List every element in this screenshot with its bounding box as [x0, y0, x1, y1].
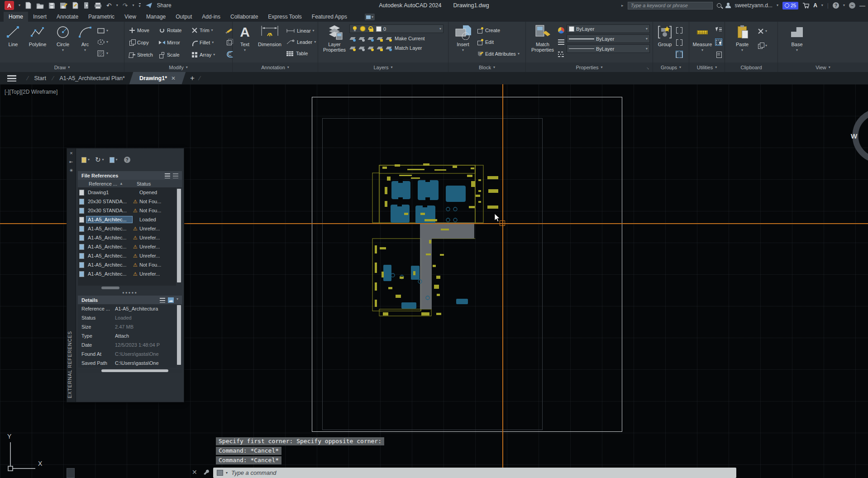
- dimension-button[interactable]: Dimension: [255, 22, 284, 62]
- palette-anchor-button[interactable]: [67, 468, 75, 478]
- explode-icon[interactable]: [226, 39, 232, 45]
- details-scrollbar[interactable]: [176, 304, 182, 368]
- layer-color-swatch[interactable]: [376, 26, 382, 32]
- make-current-icon[interactable]: [386, 35, 392, 42]
- layer-previous-icon[interactable]: [358, 45, 365, 51]
- command-customize-wrench-icon[interactable]: [202, 468, 210, 476]
- leader-caret-icon[interactable]: [314, 40, 316, 44]
- details-row[interactable]: StatusLoaded: [78, 313, 182, 322]
- search-expand-icon[interactable]: ▸: [621, 3, 624, 8]
- xref-row[interactable]: A1-A5_Architec...Unrefer...: [78, 224, 182, 233]
- rectangle-caret-icon[interactable]: [106, 29, 108, 33]
- publish-icon[interactable]: [83, 2, 90, 9]
- ribbon-tab-output[interactable]: Output: [171, 12, 197, 22]
- help-icon[interactable]: ?: [833, 2, 839, 9]
- circle-button[interactable]: Circle: [52, 22, 73, 62]
- line-button[interactable]: Line: [4, 22, 23, 62]
- linetype-icon[interactable]: [558, 51, 564, 57]
- column-status[interactable]: Status: [137, 181, 151, 186]
- username[interactable]: sweetzyann.d...: [735, 2, 773, 9]
- layer-select-dropdown[interactable]: 0: [349, 24, 444, 33]
- xref-column-headers[interactable]: Reference ...▲ Status: [78, 180, 182, 188]
- minimize-button[interactable]: —: [859, 2, 865, 9]
- move-button[interactable]: Move: [129, 27, 159, 33]
- layer-freeze-icon[interactable]: [367, 35, 374, 42]
- lineweight-dropdown[interactable]: ByLayer: [567, 34, 650, 43]
- rotate-button[interactable]: Rotate: [159, 27, 191, 33]
- fillet-caret-icon[interactable]: [212, 41, 214, 44]
- details-row[interactable]: Size2.47 MB: [78, 322, 182, 331]
- match-properties-button[interactable]: Match Properties: [529, 22, 556, 62]
- erase-icon[interactable]: [226, 28, 232, 34]
- layer-unisolate-icon[interactable]: [349, 45, 356, 51]
- quick-select-icon[interactable]: [715, 27, 722, 33]
- measure-caret-icon[interactable]: [701, 48, 703, 52]
- panel-label-layers[interactable]: Layers: [318, 62, 448, 72]
- quick-calc-icon[interactable]: [715, 51, 722, 57]
- xref-list-scrollbar[interactable]: [176, 188, 182, 286]
- undo-icon[interactable]: ↶: [106, 2, 112, 9]
- layer-lock-icon[interactable]: [377, 35, 383, 42]
- ribbon-tab-annotate[interactable]: Annotate: [52, 12, 83, 22]
- ribbon-tab-parametric[interactable]: Parametric: [83, 12, 119, 22]
- command-close-icon[interactable]: ✕: [192, 468, 197, 476]
- panel-label-clipboard[interactable]: Clipboard: [725, 62, 777, 72]
- layer-properties-button[interactable]: Layer Properties: [322, 22, 347, 62]
- details-view-icon[interactable]: [160, 298, 165, 303]
- app-menu-caret-icon[interactable]: [19, 4, 20, 7]
- change-paths-button[interactable]: [110, 156, 118, 164]
- layer-thaw-all-icon[interactable]: [367, 45, 374, 51]
- leader-button[interactable]: Leader: [286, 39, 316, 45]
- share-plane-icon[interactable]: [145, 2, 153, 9]
- layer-dropdown-caret-icon[interactable]: [439, 27, 441, 31]
- object-color-dropdown[interactable]: ByLayer: [567, 24, 650, 33]
- new-tab-button[interactable]: +: [190, 74, 195, 83]
- panel-label-annotation[interactable]: Annotation: [233, 62, 318, 72]
- autodesk-app-caret-icon[interactable]: [821, 4, 823, 7]
- user-avatar-icon[interactable]: [725, 3, 731, 8]
- user-menu-caret-icon[interactable]: [777, 4, 778, 7]
- details-row[interactable]: Saved PathC:\Users\gasta\One: [78, 358, 182, 368]
- text-button[interactable]: A Text: [236, 22, 253, 62]
- linear-dimension-button[interactable]: Linear: [286, 28, 316, 33]
- preview-image-icon[interactable]: [168, 297, 174, 303]
- block-create-button[interactable]: Create: [477, 27, 520, 33]
- refresh-button[interactable]: ↻: [95, 156, 104, 164]
- refresh-caret-icon[interactable]: [102, 158, 104, 162]
- panel-label-draw[interactable]: Draw: [0, 62, 124, 72]
- xref-help-icon[interactable]: ?: [124, 157, 130, 163]
- column-reference[interactable]: Reference ...: [89, 181, 117, 186]
- tree-view-icon[interactable]: [173, 173, 178, 178]
- layer-isolate-icon[interactable]: [358, 35, 365, 42]
- table-button[interactable]: Table: [286, 51, 316, 57]
- navigation-wheel[interactable]: W: [843, 102, 868, 170]
- cut-button[interactable]: [758, 27, 767, 35]
- autodesk-app-icon[interactable]: A: [813, 2, 817, 9]
- tab-architectural-plan[interactable]: A1-A5_Architectural Plan*: [57, 75, 127, 81]
- menu-hamburger-icon[interactable]: [7, 75, 16, 81]
- trim-caret-icon[interactable]: [211, 29, 213, 32]
- layer-thaw-icon[interactable]: [360, 26, 366, 32]
- command-line[interactable]: [213, 468, 736, 478]
- open-file-icon[interactable]: [36, 2, 44, 9]
- group-selection-toggle-icon[interactable]: [676, 51, 682, 57]
- palette-autohide-pin-icon[interactable]: ⇤: [69, 159, 73, 164]
- array-caret-icon[interactable]: [213, 53, 215, 57]
- layer-off-icon[interactable]: [349, 35, 356, 42]
- xref-row[interactable]: A1-A5_Architec...Loaded: [78, 215, 182, 224]
- ellipse-tool-button[interactable]: [97, 38, 108, 46]
- ribbon-tab-collaborate[interactable]: Collaborate: [225, 12, 263, 22]
- group-button[interactable]: Group: [655, 22, 674, 62]
- array-button[interactable]: Array: [191, 52, 225, 58]
- copy-button[interactable]: Copy: [129, 39, 159, 46]
- details-row[interactable]: Date12/5/2023 1:48:04 P: [78, 340, 182, 349]
- copy-clip-button[interactable]: [758, 42, 767, 50]
- linetype-dropdown[interactable]: ByLayer: [567, 44, 650, 53]
- command-input[interactable]: [230, 469, 733, 477]
- qat-customize-icon[interactable]: [139, 3, 141, 8]
- autocad-logo[interactable]: A: [5, 1, 14, 10]
- ungroup-icon[interactable]: [676, 27, 682, 33]
- close-tab-icon[interactable]: ✕: [171, 75, 176, 81]
- share-button[interactable]: Share: [157, 2, 172, 9]
- details-hscrollbar[interactable]: [78, 368, 182, 373]
